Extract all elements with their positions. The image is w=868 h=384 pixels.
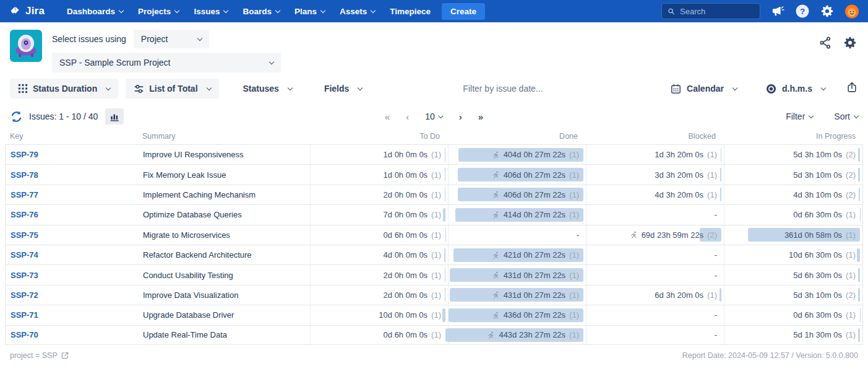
first-page-button[interactable]: « (385, 111, 390, 122)
column-header-summary: Summary (142, 132, 309, 141)
statuses-dropdown[interactable]: Statuses (235, 79, 300, 98)
duration-cell-to-do: 7d 0h 0m 0s(1) (310, 205, 448, 224)
project-dropdown[interactable]: SSP - Sample Scrum Project (52, 53, 281, 72)
duration-cell-in-progress: 10d 6h 30m 0s(1) (724, 245, 862, 264)
calendar-icon (670, 83, 682, 95)
issue-summary-cell: Implement Caching Mechanism (143, 185, 310, 204)
issue-summary-cell: Conduct Usability Testing (143, 265, 310, 284)
duration-cell-done: 431d 0h 27m 22s(1) (448, 286, 586, 305)
calendar-dropdown[interactable]: Calendar (662, 79, 745, 98)
report-info-text: Report Date: 2024-05-09 12:57 / Version:… (682, 351, 858, 360)
status-duration-table: KeySummaryTo DoDoneBlockedIn Progress SS… (5, 128, 863, 345)
duration-value: 5d 3h 10m 0s (793, 290, 842, 300)
status-count: (1) (569, 190, 579, 199)
duration-cell-to-do: 4d 0h 0m 0s(1) (310, 245, 448, 264)
runner-icon (487, 331, 495, 339)
date-filter-input[interactable]: Filter by issue date... (463, 84, 543, 94)
duration-value: 1d 0h 0m 0s (384, 170, 428, 180)
report-settings-gear-icon[interactable] (843, 36, 857, 52)
report-type-dropdown[interactable]: Status Duration (10, 79, 118, 98)
sort-dropdown[interactable]: Sort (834, 111, 858, 121)
duration-content: 5d 6h 30m 0s(1) (793, 271, 856, 280)
issue-key-cell: SSP-76 (6, 205, 143, 224)
search-input[interactable] (680, 7, 754, 16)
duration-content: 431d 0h 27m 22s(1) (492, 290, 579, 300)
search-icon (668, 7, 675, 16)
refresh-icon[interactable] (10, 110, 23, 123)
global-search[interactable] (661, 3, 760, 19)
duration-bar (442, 308, 445, 322)
fields-dropdown[interactable]: Fields (316, 79, 370, 98)
duration-value: 0d 6h 30m 0s (793, 210, 842, 219)
topnav-item-issues[interactable]: Issues (187, 3, 234, 20)
table-row: SSP-73Conduct Usability Testing2d 0h 0m … (5, 264, 863, 284)
page-size-dropdown[interactable]: 10 (425, 111, 443, 121)
issue-key-link[interactable]: SSP-72 (11, 290, 38, 300)
table-row: SSP-79Improve UI Responsiveness1d 0h 0m … (5, 144, 863, 164)
chevron-down-icon (197, 35, 202, 40)
duration-value: 1d 3h 20m 0s (655, 150, 703, 159)
duration-cell-in-progress: 5d 3h 10m 0s(2) (724, 286, 862, 305)
status-count: (1) (431, 250, 441, 260)
topnav-item-plans[interactable]: Plans (288, 3, 331, 20)
export-icon[interactable] (846, 81, 858, 96)
announcements-icon[interactable] (770, 4, 785, 19)
topnav-item-dashboards[interactable]: Dashboards (61, 3, 129, 20)
topnav-item-assets[interactable]: Assets (333, 3, 381, 20)
status-count: (1) (569, 290, 579, 300)
issue-key-link[interactable]: SSP-70 (11, 330, 38, 339)
next-page-button[interactable]: › (459, 111, 462, 122)
topnav-item-projects[interactable]: Projects (132, 3, 185, 20)
page-size-value: 10 (425, 111, 435, 121)
duration-cell-blocked: - (586, 326, 724, 344)
duration-cell-in-progress: 5d 1h 30m 0s(1) (724, 326, 862, 344)
duration-cell-done: 421d 0h 27m 22s(1) (448, 245, 586, 264)
topnav-item-label: Plans (294, 7, 317, 16)
issue-summary-cell: Upgrade Database Driver (143, 305, 310, 325)
view-mode-dropdown[interactable]: List of Total (126, 79, 218, 98)
duration-value: 414d 0h 27m 22s (504, 210, 565, 219)
avatar[interactable] (844, 4, 859, 19)
filter-dropdown[interactable]: Filter (786, 111, 813, 121)
issue-key-link[interactable]: SSP-73 (11, 271, 38, 280)
duration-bar (445, 148, 445, 162)
issue-key-link[interactable]: SSP-77 (11, 190, 38, 199)
chevron-down-icon (288, 85, 293, 90)
help-icon[interactable]: ? (795, 4, 810, 19)
topnav-item-boards[interactable]: Boards (236, 3, 286, 20)
issue-key-link[interactable]: SSP-75 (11, 230, 38, 240)
issue-key-link[interactable]: SSP-76 (11, 210, 38, 219)
empty-duration: - (715, 330, 717, 339)
issue-key-cell: SSP-71 (6, 305, 143, 325)
duration-value: 431d 0h 27m 22s (504, 271, 565, 280)
create-button[interactable]: Create (442, 3, 485, 20)
prev-page-button[interactable]: ‹ (406, 111, 409, 122)
report-type-value: Status Duration (33, 84, 97, 94)
chart-view-button[interactable] (105, 108, 124, 124)
chevron-down-icon (106, 85, 111, 90)
duration-value: 2d 0h 0m 0s (384, 290, 428, 300)
status-count: (1) (569, 250, 579, 260)
issue-key-link[interactable]: SSP-79 (11, 150, 38, 159)
issue-summary-cell: Optimize Database Queries (143, 205, 310, 224)
issue-key-link[interactable]: SSP-78 (11, 170, 38, 180)
settings-gear-icon[interactable] (820, 4, 835, 19)
last-page-button[interactable]: » (478, 111, 483, 122)
column-header-done: Done (447, 132, 585, 141)
topnav-item-timepiece[interactable]: Timepiece (384, 3, 437, 20)
issue-source-dropdown[interactable]: Project (134, 30, 209, 48)
duration-value: 4d 0h 0m 0s (384, 250, 428, 260)
external-link-icon[interactable] (61, 351, 69, 360)
project-value: SSP - Sample Scrum Project (59, 58, 170, 68)
issue-key-link[interactable]: SSP-74 (11, 250, 38, 260)
jira-logo[interactable]: Jira (9, 5, 45, 18)
duration-cell-done: 414d 0h 27m 22s(1) (448, 205, 586, 224)
status-count: (1) (431, 230, 441, 240)
share-icon[interactable] (819, 36, 832, 52)
duration-cell-in-progress: 5d 3h 10m 0s(2) (724, 145, 862, 164)
time-format-dropdown[interactable]: d.h.m.s (757, 79, 833, 98)
duration-cell-to-do: 0d 6h 0m 0s(1) (310, 326, 448, 344)
duration-content: 6d 3h 20m 0s(1) (655, 290, 717, 300)
chevron-down-icon (439, 113, 444, 118)
issue-key-link[interactable]: SSP-71 (11, 310, 38, 320)
